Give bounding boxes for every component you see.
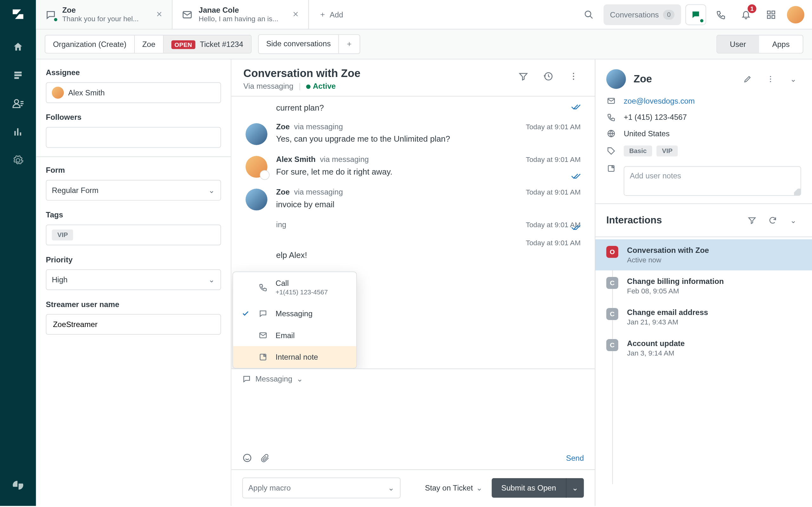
assignee-field[interactable]: Alex Smith xyxy=(46,82,221,103)
interactions-list[interactable]: OConversation with ZoeActive nowCChange … xyxy=(595,237,812,506)
workspace-tab[interactable]: ZoeThank you for your hel...× xyxy=(36,0,172,29)
conversations-button[interactable]: Conversations 0 xyxy=(603,4,681,25)
user-email[interactable]: zoe@lovesdogs.com xyxy=(623,97,695,106)
tab-close-button[interactable]: × xyxy=(155,9,163,20)
interaction-row[interactable]: OConversation with ZoeActive now xyxy=(595,239,812,270)
followers-field[interactable] xyxy=(46,127,221,148)
workspace-tab[interactable]: Janae ColeHello, I am having an is...× xyxy=(172,0,309,29)
interaction-row[interactable]: CAccount updateJan 3, 9:14 AM xyxy=(595,332,812,363)
interaction-sub: Active now xyxy=(627,256,709,264)
message-avatar xyxy=(246,188,267,210)
interaction-sub: Jan 21, 9:43 AM xyxy=(627,318,708,326)
interaction-title: Change email address xyxy=(627,308,708,317)
macro-placeholder: Apply macro xyxy=(248,484,291,493)
conversation-via: Via messaging xyxy=(243,82,293,91)
interaction-row[interactable]: CChange billing informationFeb 08, 9:05 … xyxy=(595,270,812,301)
user-notes-input[interactable]: Add user notes xyxy=(623,166,801,196)
conversation-scroll[interactable]: current plan? Zoevia messagingToday at 9… xyxy=(231,97,595,369)
channel-switcher[interactable]: Messaging ⌄ xyxy=(231,369,595,389)
nav-home[interactable] xyxy=(7,36,29,58)
interaction-title: Change billing information xyxy=(627,277,724,286)
breadcrumb: Organization (Create) Zoe OPENTicket #12… xyxy=(45,35,252,53)
crumb-user[interactable]: Zoe xyxy=(135,36,163,53)
read-receipt-icon xyxy=(571,103,581,111)
side-conversations-button[interactable]: Side conversations xyxy=(258,35,339,53)
submit-caret[interactable]: ⌄ xyxy=(566,478,584,498)
tab-close-button[interactable]: × xyxy=(292,9,300,20)
form-value: Regular Form xyxy=(52,186,98,195)
crumb-organization[interactable]: Organization (Create) xyxy=(45,36,135,53)
plus-icon: ＋ xyxy=(319,9,326,19)
compose-textarea[interactable] xyxy=(231,389,595,450)
conversation-header: Conversation with Zoe Via messaging | Ac… xyxy=(231,60,595,97)
svg-point-11 xyxy=(244,454,251,462)
crumb-ticket[interactable]: OPENTicket #1234 xyxy=(164,36,251,53)
conversation-status: Active xyxy=(313,82,336,91)
user-name: Zoe xyxy=(633,73,732,85)
svg-rect-4 xyxy=(767,15,770,18)
talk-button[interactable] xyxy=(711,4,731,25)
interactions-refresh[interactable] xyxy=(765,213,780,228)
stay-on-ticket[interactable]: Stay on Ticket ⌄ xyxy=(425,484,483,493)
tags-field[interactable]: VIP xyxy=(46,225,221,245)
channel-option-call[interactable]: Call+1(415) 123-4567 xyxy=(233,272,357,302)
macro-select[interactable]: Apply macro ⌄ xyxy=(242,477,401,498)
search-button[interactable] xyxy=(578,4,599,25)
online-dot-icon xyxy=(54,17,58,21)
filter-button[interactable] xyxy=(514,67,532,86)
collapse-user-button[interactable]: ⌄ xyxy=(786,71,801,87)
interaction-row[interactable]: CChange email addressJan 21, 9:43 AM xyxy=(595,301,812,332)
interaction-title: Conversation with Zoe xyxy=(627,246,709,255)
emoji-button[interactable] xyxy=(242,453,252,463)
channel-option-email[interactable]: Email xyxy=(233,325,357,346)
macro-bar: Apply macro ⌄ Stay on Ticket ⌄ Submit as… xyxy=(231,469,595,506)
tab-user[interactable]: User xyxy=(717,36,759,53)
tab-apps[interactable]: Apps xyxy=(759,36,803,53)
online-dot-icon xyxy=(700,18,704,23)
add-tab-button[interactable]: ＋ Add xyxy=(309,0,353,29)
nav-views[interactable] xyxy=(7,64,29,86)
history-button[interactable] xyxy=(539,67,558,86)
channel-option-internal[interactable]: Internal note xyxy=(233,346,357,368)
notifications-count: 1 xyxy=(748,4,757,13)
notifications-button[interactable]: 1 xyxy=(735,4,756,25)
message: Today at 9:01 AMelp Alex! xyxy=(246,239,580,260)
channel-option-sub: +1(415) 123-4567 xyxy=(275,288,349,296)
nav-reporting[interactable] xyxy=(7,121,29,143)
chat-status-button[interactable] xyxy=(686,4,706,25)
streamer-input[interactable] xyxy=(46,314,221,335)
nav-admin[interactable] xyxy=(7,149,29,171)
streamer-input-text[interactable] xyxy=(52,320,215,329)
attachment-button[interactable] xyxy=(261,453,270,463)
apps-button[interactable] xyxy=(761,4,781,25)
message-author: Zoe xyxy=(276,187,290,196)
note-icon xyxy=(606,164,616,173)
message-time: Today at 9:01 AM xyxy=(526,123,581,131)
form-select[interactable]: Regular Form ⌄ xyxy=(46,180,221,201)
interactions-filter[interactable] xyxy=(745,213,760,228)
edit-user-button[interactable] xyxy=(740,71,755,87)
side-conversations-add[interactable]: ＋ xyxy=(339,35,360,53)
context-bar: Organization (Create) Zoe OPENTicket #12… xyxy=(36,30,812,60)
svg-point-1 xyxy=(585,11,591,17)
profile-avatar[interactable] xyxy=(787,6,804,23)
conversations-count: 0 xyxy=(663,10,675,20)
channel-option-messaging[interactable]: Messaging xyxy=(233,302,357,325)
tab-title: Janae Cole xyxy=(199,6,286,15)
user-location: United States xyxy=(623,129,670,138)
interactions-collapse[interactable]: ⌄ xyxy=(786,213,801,228)
more-button[interactable] xyxy=(564,67,583,86)
assignee-label: Assignee xyxy=(46,68,221,77)
priority-select[interactable]: High ⌄ xyxy=(46,269,221,290)
send-button[interactable]: Send xyxy=(566,453,584,462)
nav-rail xyxy=(0,0,36,506)
nav-customers[interactable] xyxy=(7,93,29,114)
channel-option-label: Messaging xyxy=(275,309,349,318)
priority-value: High xyxy=(52,275,67,284)
submit-button[interactable]: Submit as Open xyxy=(491,478,566,498)
message-avatar xyxy=(246,156,267,178)
form-label: Form xyxy=(46,166,221,175)
add-tab-label: Add xyxy=(329,10,343,19)
user-more-button[interactable] xyxy=(763,71,778,87)
zendesk-logo-icon[interactable] xyxy=(7,474,29,496)
